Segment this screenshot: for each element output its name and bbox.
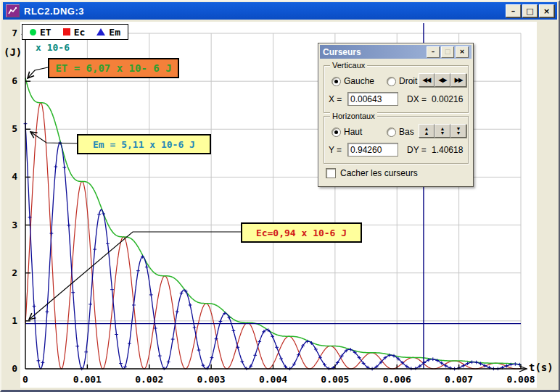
dy-value: 1.40618 [432,145,463,155]
cursor-up-fast-button[interactable]: ▲▲ [419,124,435,138]
annotation-et[interactable]: ET = 6,07 x 10- 6 J [48,58,179,78]
x-tick-0: 0 [22,374,28,385]
x-tick-0.007: 0.007 [445,374,473,385]
chart-legend: ETEcEm [22,24,128,40]
y-tick-0: 0 [4,363,17,374]
radio-haut-label: Haut [344,127,362,137]
hide-cursors-checkbox[interactable] [326,168,336,178]
x-tick-0.004: 0.004 [259,374,287,385]
cursor-right-fast-button[interactable]: ▶▶ [450,73,466,87]
cursors-dialog-title: Curseurs [323,47,361,57]
y-tick-2: 2 [4,267,17,278]
legend-label: Em [109,27,120,38]
radio-bas-circle[interactable] [387,128,396,137]
radio-gauche-label: Gauche [344,76,374,86]
x-tick-0.006: 0.006 [383,374,411,385]
cursor-left-fast-button[interactable]: ◀◀ [419,73,435,87]
dialog-maximize-button: □ [441,46,454,58]
hide-cursors-label: Cacher les curseurs [340,168,418,178]
hide-cursors-checkbox-row[interactable]: Cacher les curseurs [326,168,418,178]
radio-bas[interactable]: Bas [387,127,414,137]
radio-droit-circle[interactable] [387,77,396,86]
x-label: X = [329,94,347,104]
y-tick-4: 4 [4,171,17,182]
cursor-left-right-button[interactable]: ◀▶ [435,73,450,87]
dy-label: DY = [407,145,432,155]
y-label: Y = [329,145,347,155]
x-tick-0.001: 0.001 [73,374,102,385]
x-axis-label: t(s) [529,362,553,373]
x-tick-0.005: 0.005 [321,374,349,385]
cursors-dialog: Curseurs – □ × Verticaux Gauche Droit ◀◀… [318,43,474,187]
y-tick-5: 5 [4,123,17,134]
down-down-glyph: ▼▼ [456,127,461,135]
dx-label: DX = [407,94,432,104]
dialog-minimize-button[interactable]: – [427,46,440,58]
x-value-input[interactable]: 0.00643 [347,92,398,106]
legend-label: ET [40,27,52,38]
group-horizontaux: Horizontaux Haut Bas ▲▲ ▲▼ ▼▼ Y = 0.9426… [324,116,469,164]
annotation-em[interactable]: Em = 5,11 x 10-6 J [77,134,211,154]
radio-droit-label: Droit [399,76,417,86]
x-tick-0.008: 0.008 [506,374,535,385]
cursors-dialog-titlebar[interactable]: Curseurs – □ × [320,45,472,59]
radio-droit[interactable]: Droit [387,76,417,86]
radio-gauche[interactable]: Gauche [332,76,374,86]
annotation-ec[interactable]: Ec=0,94 x 10-6 J [241,222,362,243]
y-tick-6: 6 [4,75,17,86]
radio-haut[interactable]: Haut [332,127,362,137]
legend-item-Em: Em [96,27,120,38]
group-horizontaux-label: Horizontaux [330,112,377,120]
y-tick-1: 1 [4,315,17,326]
legend-item-ET: ET [30,27,52,38]
y-tick-7: 7 [4,28,17,38]
callout-em [30,132,77,143]
dx-value: 0.00216 [432,94,463,104]
triangle-marker-icon [96,28,105,36]
group-verticaux: Verticaux Gauche Droit ◀◀ ◀▶ ▶▶ X = 0.00… [324,65,469,113]
x-tick-0.003: 0.003 [197,374,226,385]
up-down-glyph: ▲▼ [440,127,445,135]
cursor-down-fast-button[interactable]: ▼▼ [450,124,466,138]
group-verticaux-label: Verticaux [330,61,367,70]
circle-marker-icon [30,29,36,36]
legend-label: Ec [74,27,86,38]
radio-haut-circle[interactable] [332,128,341,137]
y-axis-unit: (J) [4,46,22,58]
app-window: RLC2.DNG:3 – □ × ETEcEm (J) x 10-6 t(s) … [0,0,560,392]
callout-et [28,67,48,78]
radio-bas-label: Bas [399,127,414,137]
x-tick-0.002: 0.002 [135,374,163,385]
y-tick-3: 3 [4,220,17,230]
y-value-input[interactable]: 0.94260 [347,143,398,157]
legend-item-Ec: Ec [63,27,86,38]
up-up-glyph: ▲▲ [424,127,429,135]
y-axis-multiplier: x 10-6 [36,42,70,53]
radio-gauche-circle[interactable] [332,77,341,86]
square-marker-icon [63,28,70,36]
cursor-up-down-button[interactable]: ▲▼ [435,124,450,138]
dialog-close-button[interactable]: × [456,46,469,58]
